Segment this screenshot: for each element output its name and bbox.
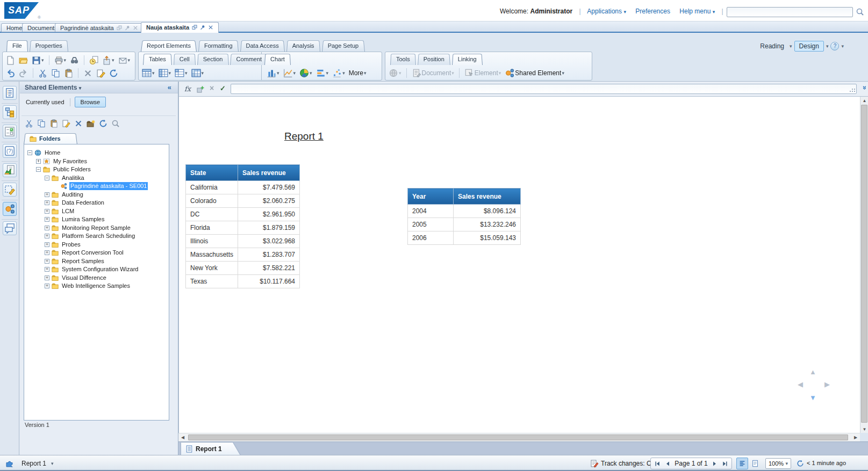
tab-new-report[interactable]: Nauja ataskaita <box>141 22 219 33</box>
line-chart-dropdown-icon[interactable]: ▾ <box>293 71 296 76</box>
design-mode-button[interactable]: Design <box>794 41 824 52</box>
more-charts-button[interactable]: More <box>349 69 363 77</box>
table-header-cell[interactable]: Sales revenue <box>238 165 300 181</box>
pie-chart-dropdown-icon[interactable]: ▾ <box>310 71 312 76</box>
tab-saved-report[interactable]: Pagrindinė ataskaita <box>55 23 144 32</box>
first-page-icon[interactable] <box>654 460 661 467</box>
shared-element-icon[interactable] <box>505 68 514 78</box>
document-link-label[interactable]: Document <box>422 69 451 77</box>
tab-comment[interactable]: Comment <box>230 53 268 65</box>
tree-item-web-intelligence-samples[interactable]: +Web Intelligence Samples <box>24 282 169 291</box>
applications-menu[interactable]: Applications <box>587 8 622 15</box>
horizontal-bar-chart-icon[interactable] <box>316 68 326 78</box>
tab-tools[interactable]: Tools <box>390 53 416 65</box>
last-page-icon[interactable] <box>721 460 728 467</box>
table-cell[interactable]: $2.060.275 <box>238 194 300 208</box>
float-tab-icon[interactable] <box>192 25 197 30</box>
tree-item-home[interactable]: −Home <box>24 149 169 157</box>
table-header-cell[interactable]: State <box>186 165 238 181</box>
available-objects-panel-button[interactable] <box>3 163 17 177</box>
expand-icon[interactable]: + <box>45 209 49 214</box>
table-cell[interactable]: $8.096.124 <box>454 205 521 218</box>
element-link-label[interactable]: Element <box>475 69 498 77</box>
hbar-chart-dropdown-icon[interactable]: ▾ <box>326 71 329 76</box>
table-cell[interactable]: Massachusetts <box>186 248 238 262</box>
year-revenue-table[interactable]: YearSales revenue2004$8.096.1242005$13.2… <box>407 188 521 245</box>
vertical-table-dropdown-icon[interactable]: ▾ <box>152 71 155 76</box>
open-document-icon[interactable] <box>19 56 28 65</box>
preferences-link[interactable]: Preferences <box>635 8 670 15</box>
save-dropdown-icon[interactable]: ▾ <box>41 58 44 63</box>
currently-used-tab[interactable]: Currently used <box>25 97 66 107</box>
bar-chart-icon[interactable] <box>267 68 276 78</box>
tab-position[interactable]: Position <box>418 53 450 65</box>
export-icon[interactable] <box>102 56 111 65</box>
tree-item-report-samples[interactable]: +Report Samples <box>24 257 169 266</box>
scroll-right-icon[interactable]: ▶ <box>851 433 860 441</box>
expand-icon[interactable]: + <box>45 226 49 230</box>
scroll-left-icon[interactable]: ◀ <box>178 433 187 441</box>
table-cell[interactable]: Illinois <box>186 235 238 248</box>
float-tab-icon[interactable] <box>117 25 122 31</box>
expand-formula-bar-icon[interactable]: « <box>860 86 868 90</box>
tree-item-lcm[interactable]: +LCM <box>24 207 169 216</box>
element-link-icon[interactable] <box>464 68 474 78</box>
browse-tab[interactable]: Browse <box>75 97 106 107</box>
table-cell[interactable]: $1.879.159 <box>238 221 300 235</box>
undo-icon[interactable] <box>6 69 15 78</box>
scroll-up-icon[interactable]: ▲ <box>860 97 868 104</box>
paste-icon[interactable] <box>64 69 73 78</box>
refresh-data-icon[interactable] <box>797 460 804 467</box>
folders-tab[interactable]: Folders <box>24 133 77 144</box>
tab-file[interactable]: File <box>6 40 28 52</box>
table-cell[interactable]: $10.117.664 <box>238 275 300 288</box>
tree-item-report-conversion-tool[interactable]: +Report Conversion Tool <box>24 249 169 257</box>
tree-item-visual-difference[interactable]: +Visual Difference <box>24 274 169 282</box>
page-up-arrow-icon[interactable]: ▲ <box>809 368 816 376</box>
save-icon[interactable] <box>32 56 41 65</box>
hyperlink-dropdown-icon[interactable]: ▾ <box>399 71 401 76</box>
tree-item-lumira-samples[interactable]: +Lumira Samples <box>24 215 169 224</box>
table-cell[interactable]: 2004 <box>408 205 454 218</box>
horizontal-table-dropdown-icon[interactable]: ▾ <box>169 71 171 76</box>
input-controls-panel-button[interactable] <box>3 125 17 139</box>
tab-chart[interactable]: Chart <box>264 53 291 65</box>
page-right-arrow-icon[interactable]: ▶ <box>824 380 830 388</box>
help-icon[interactable]: ? <box>830 42 839 50</box>
cross-table-icon[interactable] <box>175 68 184 78</box>
expand-icon[interactable]: + <box>45 267 49 272</box>
tab-data-access[interactable]: Data Access <box>240 40 285 52</box>
track-changes-icon[interactable] <box>590 459 599 468</box>
print-dropdown-icon[interactable]: ▾ <box>64 58 67 63</box>
table-header-cell[interactable]: Year <box>408 189 454 205</box>
search-input[interactable] <box>727 7 853 17</box>
hyperlink-icon[interactable] <box>389 68 398 78</box>
document-link-dropdown-icon[interactable]: ▾ <box>451 71 454 76</box>
panel-title-dropdown-icon[interactable]: ▾ <box>79 85 82 91</box>
cross-table-dropdown-icon[interactable]: ▾ <box>185 71 188 76</box>
tab-analysis[interactable]: Analysis <box>286 40 320 52</box>
tree-item-monitoring-report-sample[interactable]: +Monitoring Report Sample <box>24 224 169 233</box>
table-cell[interactable]: Colorado <box>186 194 238 208</box>
reading-dropdown-icon[interactable]: ▾ <box>790 44 792 49</box>
tab-section[interactable]: Section <box>197 53 229 65</box>
refresh-icon[interactable] <box>109 69 118 78</box>
applications-dropdown-icon[interactable]: ▾ <box>623 9 626 15</box>
quick-display-mode-button[interactable] <box>736 458 748 469</box>
expand-icon[interactable]: + <box>45 192 49 197</box>
collapse-icon[interactable]: − <box>45 176 49 180</box>
report-selector[interactable]: Report 1 <box>21 460 46 467</box>
tab-cell[interactable]: Cell <box>174 53 196 65</box>
next-page-icon[interactable] <box>711 460 718 467</box>
horizontal-scroll-thumb[interactable] <box>188 434 848 440</box>
track-changes-status[interactable]: Track changes: Off <box>601 460 655 467</box>
table-cell[interactable]: $1.283.707 <box>238 248 300 262</box>
collapse-panel-icon[interactable]: « <box>168 83 171 91</box>
format-painter-icon[interactable] <box>96 69 105 78</box>
form-table-dropdown-icon[interactable]: ▾ <box>202 71 204 76</box>
close-tab-icon[interactable] <box>133 25 138 31</box>
design-dropdown-icon[interactable]: ▾ <box>826 44 829 49</box>
formula-validate-icon[interactable]: ✓ <box>220 84 226 92</box>
help-menu[interactable]: Help menu <box>679 8 711 15</box>
scatter-chart-dropdown-icon[interactable]: ▾ <box>342 71 345 76</box>
